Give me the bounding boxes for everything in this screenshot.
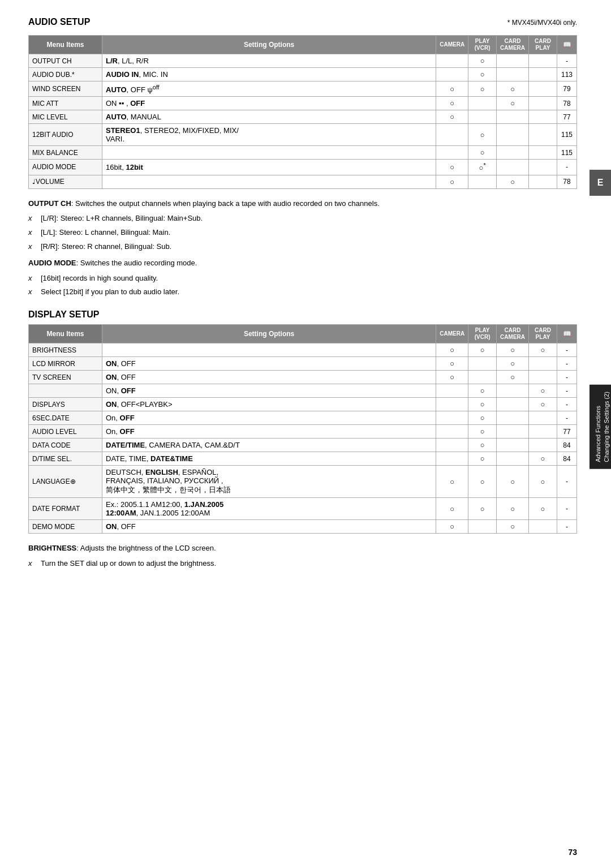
display-col-book: 📖 xyxy=(557,325,577,343)
cardcam-tv-screen: ○ xyxy=(497,371,529,384)
display-setup-descriptions: BRIGHTNESS: Adjusts the brightness of th… xyxy=(28,543,577,570)
setting-displays: ON, OFF<PLAYBK> xyxy=(102,398,436,411)
book-volume: 78 xyxy=(557,175,577,188)
display-col-camera: CAMERA xyxy=(436,325,468,343)
bullet-lr: x [L/R]: Stereo: L+R channels, Bilingual… xyxy=(28,213,577,225)
book-mic-att: 78 xyxy=(557,97,577,110)
cardcam-output-ch xyxy=(497,54,529,68)
book-6sec-date: - xyxy=(557,411,577,425)
bullet-rr: x [R/R]: Stereo: R channel, Bilingual: S… xyxy=(28,241,577,253)
display-col-play-vcr: PLAY(VCR) xyxy=(468,325,497,343)
book-audio-dub: 113 xyxy=(557,68,577,81)
setting-date-format: Ex.: 2005.1.1 AM12:00, 1.JAN.200512:00AM… xyxy=(102,498,436,520)
book-audio-mode: - xyxy=(557,160,577,175)
table-row: MIC LEVEL AUTO, MANUAL ○ 77 xyxy=(29,110,577,124)
cardcam-mic-level xyxy=(497,110,529,124)
cardplay-language: ○ xyxy=(529,466,557,498)
menu-item-dtime-sel: D/TIME SEL. xyxy=(29,452,102,466)
bullet-16bit: x [16bit] records in high sound quality. xyxy=(28,273,577,285)
menu-item-brightness: BRIGHTNESS xyxy=(29,343,102,357)
cardcam-6sec-date xyxy=(497,411,529,425)
col-card-camera: CARDCAMERA xyxy=(497,36,529,54)
bullet-icon-rr: x xyxy=(28,241,36,253)
play-wind-screen: ○ xyxy=(468,81,497,97)
cardplay-output-ch xyxy=(529,54,557,68)
audio-setup-descriptions: OUTPUT CH: Switches the output channels … xyxy=(28,198,577,299)
camera-wind-screen: ○ xyxy=(436,81,468,97)
play-12bit-audio: ○ xyxy=(468,124,497,146)
cardplay-tv-screen2: ○ xyxy=(529,384,557,398)
camera-mic-att: ○ xyxy=(436,97,468,110)
play-lcd-mirror xyxy=(468,357,497,371)
play-audio-mode: ○* xyxy=(468,160,497,175)
display-col-menu-items: Menu Items xyxy=(29,325,102,343)
display-setup-table: Menu Items Setting Options CAMERA PLAY(V… xyxy=(28,324,577,534)
play-dtime-sel: ○ xyxy=(468,452,497,466)
bullet-12bit: x Select [12bit] if you plan to dub audi… xyxy=(28,286,577,298)
setting-wind-screen: AUTO, OFF ψoff xyxy=(102,81,436,97)
col-camera: CAMERA xyxy=(436,36,468,54)
book-language: - xyxy=(557,466,577,498)
audio-table-body: OUTPUT CH L/R, L/L, R/R ○ - AUDIO DUB.* … xyxy=(29,54,577,189)
book-date-format: - xyxy=(557,498,577,520)
setting-6sec-date: On, OFF xyxy=(102,411,436,425)
play-audio-level: ○ xyxy=(468,425,497,439)
table-row: AUDIO DUB.* AUDIO IN, MIC. IN ○ 113 xyxy=(29,68,577,81)
cardplay-audio-dub xyxy=(529,68,557,81)
menu-item-date-format: DATE FORMAT xyxy=(29,498,102,520)
book-wind-screen: 79 xyxy=(557,81,577,97)
table-row: MIX BALANCE ○ 115 xyxy=(29,146,577,160)
display-table-header: Menu Items Setting Options CAMERA PLAY(V… xyxy=(29,325,577,343)
camera-tv-screen2 xyxy=(436,384,468,398)
camera-audio-mode: ○ xyxy=(436,160,468,175)
cardcam-dtime-sel xyxy=(497,452,529,466)
col-play-vcr: PLAY(VCR) xyxy=(468,36,497,54)
table-row: MIC ATT ON ▪▪ , OFF ○ ○ 78 xyxy=(29,97,577,110)
book-tv-screen2: - xyxy=(557,384,577,398)
book-displays: - xyxy=(557,398,577,411)
setting-output-ch: L/R, L/L, R/R xyxy=(102,54,436,68)
cardcam-wind-screen: ○ xyxy=(497,81,529,97)
setting-tv-screen: ON, OFF xyxy=(102,371,436,384)
menu-item-lcd-mirror: LCD MIRROR xyxy=(29,357,102,371)
menu-item-mic-att: MIC ATT xyxy=(29,97,102,110)
bullet-icon-lr: x xyxy=(28,213,36,225)
bullet-text-ll: [L/L]: Stereo: L channel, Bilingual: Mai… xyxy=(41,227,170,239)
table-row: ♩VOLUME ○ ○ 78 xyxy=(29,175,577,188)
display-col-card-camera: CARDCAMERA xyxy=(497,325,529,343)
book-mix-balance: 115 xyxy=(557,146,577,160)
setting-audio-dub: AUDIO IN, MIC. IN xyxy=(102,68,436,81)
table-row: ON, OFF ○ ○ - xyxy=(29,384,577,398)
book-12bit-audio: 115 xyxy=(557,124,577,146)
book-lcd-mirror: - xyxy=(557,357,577,371)
camera-date-format: ○ xyxy=(436,498,468,520)
cardplay-12bit-audio xyxy=(529,124,557,146)
cardplay-volume xyxy=(529,175,557,188)
play-mix-balance: ○ xyxy=(468,146,497,160)
cardplay-audio-mode xyxy=(529,160,557,175)
play-displays: ○ xyxy=(468,398,497,411)
camera-language: ○ xyxy=(436,466,468,498)
cardcam-demo-mode: ○ xyxy=(497,520,529,534)
mvx-note: * MVX45i/MVX40i only. xyxy=(507,19,577,27)
cardplay-audio-level xyxy=(529,425,557,439)
menu-item-output-ch: OUTPUT CH xyxy=(29,54,102,68)
side-tab-advanced-functions: Advanced FunctionsChanging the Settings … xyxy=(590,385,611,469)
cardplay-mic-level xyxy=(529,110,557,124)
display-col-card-play: CARDPLAY xyxy=(529,325,557,343)
camera-6sec-date xyxy=(436,411,468,425)
side-tab-letter: E xyxy=(590,170,611,196)
play-tv-screen xyxy=(468,371,497,384)
bullet-ll: x [L/L]: Stereo: L channel, Bilingual: M… xyxy=(28,227,577,239)
brightness-description: BRIGHTNESS: Adjusts the brightness of th… xyxy=(28,543,577,555)
table-row: DEMO MODE ON, OFF ○ ○ - xyxy=(29,520,577,534)
camera-12bit-audio xyxy=(436,124,468,146)
cardplay-displays: ○ xyxy=(529,398,557,411)
camera-output-ch xyxy=(436,54,468,68)
setting-mix-balance xyxy=(102,146,436,160)
setting-12bit-audio: STEREO1, STEREO2, MIX/FIXED, MIX/VARI. xyxy=(102,124,436,146)
menu-item-audio-dub: AUDIO DUB.* xyxy=(29,68,102,81)
bullet-text-12bit: Select [12bit] if you plan to dub audio … xyxy=(41,286,179,298)
col-card-play: CARDPLAY xyxy=(529,36,557,54)
menu-item-language: LANGUAGE⊕ xyxy=(29,466,102,498)
